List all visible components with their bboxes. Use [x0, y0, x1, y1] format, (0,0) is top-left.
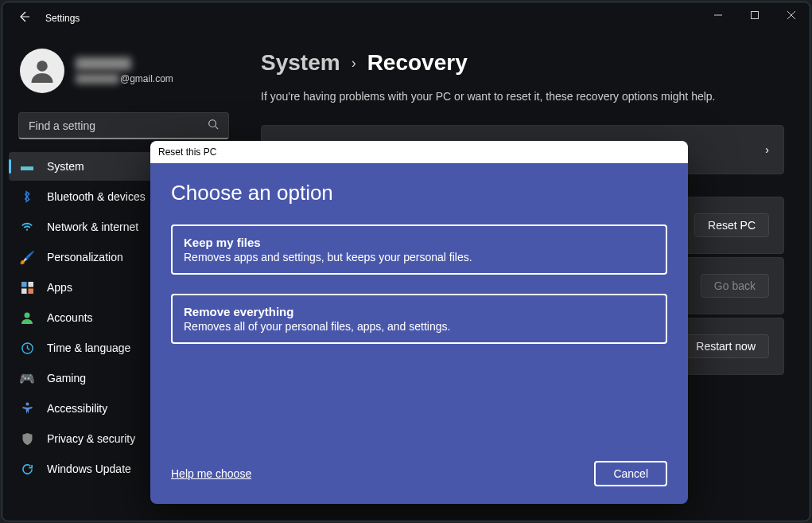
- titlebar: Settings: [2, 2, 810, 34]
- nav-label: Gaming: [47, 372, 86, 384]
- breadcrumb-parent[interactable]: System: [261, 50, 340, 76]
- reset-pc-button[interactable]: Reset PC: [694, 213, 769, 237]
- gaming-icon: 🎮: [20, 371, 34, 385]
- account-email-redacted: [76, 74, 119, 84]
- search-box[interactable]: [18, 112, 229, 139]
- apps-icon: [20, 280, 34, 295]
- reset-pc-dialog: Reset this PC Choose an option Keep my f…: [150, 141, 688, 504]
- choice-keep-my-files[interactable]: Keep my files Removes apps and settings,…: [171, 224, 667, 275]
- nav-label: Accessibility: [47, 402, 107, 415]
- search-container: [18, 112, 229, 139]
- choice-remove-everything[interactable]: Remove everything Removes all of your pe…: [171, 294, 667, 344]
- svg-rect-8: [28, 282, 33, 287]
- settings-window: Settings @gmail.com: [2, 2, 810, 521]
- svg-point-4: [37, 60, 48, 72]
- nav-label: System: [47, 160, 84, 173]
- account-section[interactable]: @gmail.com: [9, 34, 239, 107]
- person-icon: [20, 310, 34, 325]
- clock-icon: [20, 341, 34, 355]
- svg-point-11: [25, 313, 30, 318]
- close-button[interactable]: [773, 2, 810, 28]
- nav-label: Personalization: [47, 251, 123, 263]
- dialog-title: Choose an option: [171, 181, 667, 205]
- page-subtitle: If you're having problems with your PC o…: [261, 90, 784, 103]
- svg-point-5: [209, 120, 216, 127]
- choice-title: Remove everything: [184, 305, 655, 318]
- nav-label: Privacy & security: [47, 432, 135, 445]
- update-icon: [20, 462, 34, 476]
- help-me-choose-link[interactable]: Help me choose: [171, 467, 251, 480]
- go-back-button[interactable]: Go back: [701, 274, 769, 298]
- breadcrumb: System › Recovery: [261, 50, 784, 76]
- nav-label: Apps: [47, 281, 72, 294]
- account-email-suffix: @gmail.com: [120, 73, 173, 84]
- maximize-button[interactable]: [736, 2, 773, 28]
- choice-desc: Removes all of your personal files, apps…: [184, 320, 655, 333]
- dialog-header: Reset this PC: [150, 141, 688, 163]
- chevron-right-icon: ›: [352, 55, 356, 72]
- nav-label: Network & internet: [47, 221, 138, 233]
- bluetooth-icon: [20, 189, 34, 204]
- svg-rect-10: [28, 288, 33, 294]
- search-icon: [208, 119, 219, 132]
- chevron-right-icon: ›: [765, 143, 769, 156]
- svg-rect-9: [21, 288, 27, 294]
- wifi-icon: [20, 220, 34, 234]
- brush-icon: 🖌️: [20, 250, 34, 264]
- search-input[interactable]: [29, 119, 208, 132]
- choice-desc: Removes apps and settings, but keeps you…: [184, 251, 655, 263]
- display-icon: ▬: [20, 159, 34, 174]
- account-name-redacted: [76, 57, 131, 70]
- nav-label: Windows Update: [47, 463, 131, 475]
- restart-now-button[interactable]: Restart now: [682, 334, 769, 358]
- svg-point-13: [25, 403, 29, 406]
- cancel-button[interactable]: Cancel: [594, 461, 667, 486]
- accessibility-icon: [20, 401, 34, 416]
- svg-rect-7: [21, 282, 27, 287]
- shield-icon: [20, 431, 34, 446]
- nav-label: Time & language: [47, 342, 130, 354]
- choice-title: Keep my files: [184, 236, 655, 249]
- svg-line-6: [216, 127, 219, 130]
- svg-rect-1: [752, 12, 759, 19]
- minimize-button[interactable]: [700, 2, 736, 28]
- avatar: [20, 49, 64, 93]
- back-button[interactable]: [17, 10, 31, 26]
- nav-label: Accounts: [47, 311, 93, 324]
- breadcrumb-current: Recovery: [367, 50, 468, 76]
- nav-label: Bluetooth & devices: [47, 190, 146, 203]
- window-title: Settings: [45, 13, 80, 24]
